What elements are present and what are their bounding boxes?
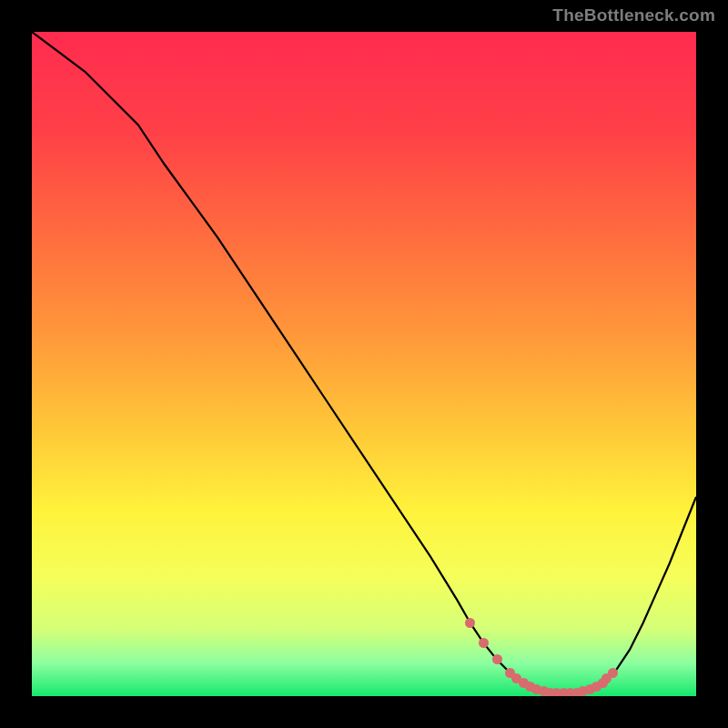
optimum-marker	[479, 638, 489, 648]
attribution-label: TheBottleneck.com	[552, 5, 715, 25]
plot-area	[32, 32, 696, 696]
chart-stage: TheBottleneck.com	[0, 0, 728, 728]
optimum-marker	[492, 654, 502, 664]
svg-rect-0	[32, 32, 696, 696]
gradient-background	[32, 32, 696, 696]
